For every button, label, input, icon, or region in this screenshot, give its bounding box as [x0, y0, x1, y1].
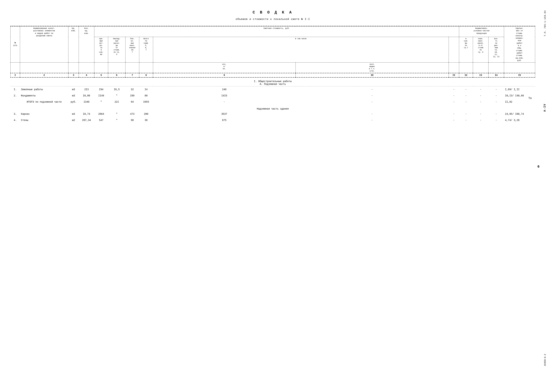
- table-header: №п/п Наименование конот-руктивных элемен…: [11, 27, 535, 37]
- cell-col5c-2: 80: [139, 93, 153, 99]
- cell-col5b-1: 32: [126, 86, 139, 93]
- cell-qty-3: I8,74: [79, 111, 94, 117]
- hd-empty7: [126, 63, 139, 73]
- total-col6b: -: [473, 99, 488, 105]
- cell-col5f-2: -: [449, 93, 459, 99]
- cn-11: II: [449, 73, 459, 77]
- hd-osn: осн.з/пл.: [153, 63, 296, 73]
- cn-15: I5: [504, 73, 535, 77]
- total-col5b: 22I: [108, 99, 126, 105]
- header-vtomchisle: в том числе: [153, 37, 449, 63]
- table-row-total: ИТОГО по подземной части руб. I340 " 22I…: [11, 99, 535, 105]
- cell-num-2: 2.: [11, 93, 20, 99]
- page-title: С В О Д К А: [10, 10, 535, 15]
- sidebar-vertical-top: Т.П. 705-1-159.84: [544, 10, 546, 36]
- column-numbers-row: I 2 3 4 5 6 7 8 9 IO II I2 I3 I4 I5: [11, 73, 535, 77]
- cell-name-2: Фундаменты: [20, 93, 68, 99]
- header-norm-v: всум-мыпогр.7: [459, 37, 473, 63]
- header-normativno: Нормативно-условно-чистаяпродукция: [459, 27, 504, 37]
- to-label: To: [528, 97, 532, 100]
- total-col5f: -: [296, 99, 449, 105]
- cn-8: 8: [139, 73, 153, 77]
- sidebar-vertical-mid: А-IV: [543, 104, 546, 112]
- hd-empty13: [504, 63, 535, 73]
- cell-unit-3: м3: [68, 111, 79, 117]
- header-col-qty: Кол.ед.изм.: [79, 27, 94, 63]
- cell-num-4: 4.: [11, 117, 20, 123]
- cell-name-4: Стены: [20, 117, 68, 123]
- cell-col5a-2: ": [108, 93, 126, 99]
- table-header-detail: осн.з/пл. эксп.машинв т.ч.з/пл.: [11, 63, 535, 73]
- hd-empty2: [20, 63, 68, 73]
- header-vsego: Всегопограф.5,8,7: [139, 37, 153, 63]
- total-col5d: I655: [139, 99, 153, 105]
- table-row: I. Земляные работы м3 2I3 I94 I6,5 32 I4…: [11, 86, 535, 93]
- section-label-2: Надземная часть здания: [11, 105, 535, 111]
- cell-col6c-2: -: [488, 93, 504, 99]
- cell-num-1: I.: [11, 86, 20, 93]
- cell-unit2-4: 547: [94, 117, 108, 123]
- hd-empty11: [473, 63, 488, 73]
- cn-7: 7: [126, 73, 139, 77]
- hd-empty3: [68, 63, 79, 73]
- cell-col6a-2: -: [459, 93, 473, 99]
- total-num: [11, 99, 20, 105]
- cell-col6b-1: -: [473, 86, 488, 93]
- sidebar-vertical-bottom: 19459-0.3: [544, 354, 546, 366]
- cell-unit2-2: II46: [94, 93, 108, 99]
- main-table: №п/п Наименование конот-руктивных элемен…: [10, 26, 535, 123]
- cell-col6c-3: -: [488, 111, 504, 117]
- page-subtitle: объемов и стоимости к локальной смете № …: [10, 18, 535, 21]
- page-number: 6: [537, 165, 540, 169]
- hd-empty10: [459, 63, 473, 73]
- header-smetnaya: Сметная стоимость, руб.: [94, 27, 459, 37]
- cell-col5d-1: 240: [153, 86, 296, 93]
- cn-1: I: [11, 73, 20, 77]
- section-header-2: Надземная часть здания: [11, 105, 535, 111]
- cell-col5d-3: 3537: [153, 111, 296, 117]
- header-col-num: №п/п: [11, 27, 20, 63]
- cn-6: 6: [108, 73, 126, 77]
- cell-col6b-3: -: [473, 111, 488, 117]
- cell-col5f-3: -: [449, 111, 459, 117]
- cell-col5c-3: 200: [139, 111, 153, 117]
- cell-col5a-1: I6,5: [108, 86, 126, 93]
- cell-qty-2: I0,06: [79, 93, 94, 99]
- cell-col7-4: 4,74/ 3,26: [504, 117, 535, 123]
- header-udeln: Удельн.вес отстоим.конотр.элемен.илирабо…: [504, 27, 535, 63]
- cell-col5e-4: -: [296, 117, 449, 123]
- cn-4: 4: [79, 73, 94, 77]
- cell-col5e-3: -: [296, 111, 449, 117]
- cn-5: 5: [94, 73, 108, 77]
- cn-14: I4: [488, 73, 504, 77]
- cell-col5b-2: I89: [126, 93, 139, 99]
- total-empty: ": [94, 99, 108, 105]
- total-col6c: -: [488, 99, 504, 105]
- header-prymye: пря-мыезат-ра-ты%сум-ма: [94, 37, 108, 63]
- total-unit2: I340: [79, 99, 94, 105]
- total-col5c: 94: [126, 99, 139, 105]
- cell-col6c-4: -: [488, 117, 504, 123]
- header-empty: [449, 37, 459, 63]
- header-col-name: Наименование конот-руктивных элементови …: [20, 27, 68, 63]
- hd-empty1: [11, 63, 20, 73]
- cn-2: 2: [20, 73, 68, 77]
- cell-col7-1: I,69/ I,II: [504, 86, 535, 93]
- cell-col5c-4: 38: [139, 117, 153, 123]
- hd-eksp: эксп.машинв т.ч.з/пл.: [296, 63, 449, 73]
- cell-col6b-4: -: [473, 117, 488, 123]
- cell-name-1: Земляные работы: [20, 86, 68, 93]
- cell-col6c-1: -: [488, 86, 504, 93]
- section-label-1: I. Общестроительные работыА. Подземная ч…: [11, 77, 535, 86]
- cell-unit-2: м3: [68, 93, 79, 99]
- cell-col5d-2: I4I5: [153, 93, 296, 99]
- cn-10: IO: [296, 73, 449, 77]
- cell-col5a-4: ": [108, 117, 126, 123]
- hd-empty9: [449, 63, 459, 73]
- table-row: 4. Стены м2 207,34 547 " 90 38 675 - - -…: [11, 117, 535, 123]
- cn-3: 3: [68, 73, 79, 77]
- cell-col6a-1: -: [459, 86, 473, 93]
- cell-col6b-2: -: [473, 93, 488, 99]
- cell-col5d-4: 675: [153, 117, 296, 123]
- cell-col5f-4: -: [449, 117, 459, 123]
